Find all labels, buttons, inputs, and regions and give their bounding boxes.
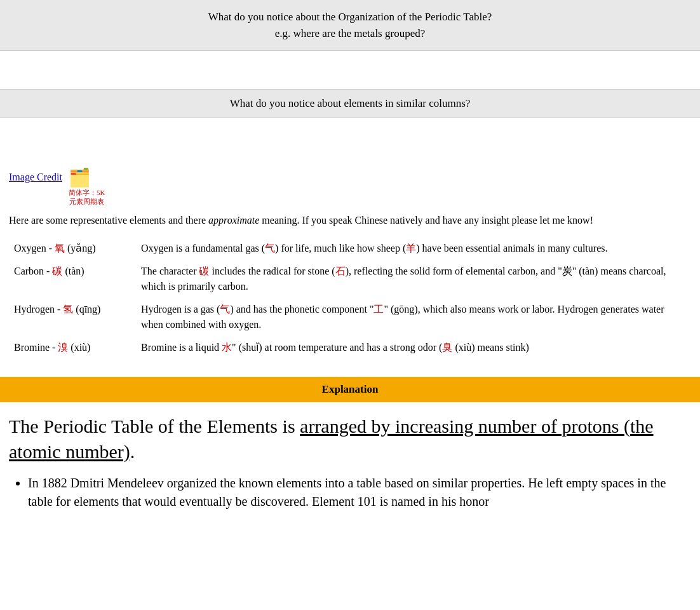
header-line2: e.g. where are the metals grouped? (13, 25, 687, 42)
element-name-hydrogen: Hydrogen - 氢 (qīng) (9, 298, 136, 336)
element-desc-carbon: The character 碳 includes the radical for… (136, 260, 691, 298)
icon-label-line1: 简体字：5K (69, 189, 105, 196)
bullet-list: In 1882 Dmitri Mendeleev organized the k… (9, 474, 691, 511)
explanation-label: Explanation (322, 383, 379, 395)
big-text-paragraph: The Periodic Table of the Elements is ar… (9, 414, 691, 465)
spacer-1 (0, 51, 700, 89)
icon-label-line2: 元素周期表 (69, 198, 104, 205)
question2-text: What do you notice about elements in sim… (13, 97, 687, 110)
element-name-oxygen: Oxygen - 氧 (yǎng) (9, 237, 136, 260)
image-credit-link[interactable]: Image Credit (9, 172, 62, 183)
intro-italic: approximate (208, 215, 259, 226)
element-desc-bromine: Bromine is a liquid 水" (shuǐ) at room te… (136, 336, 691, 359)
element-name-carbon: Carbon - 碳 (tàn) (9, 260, 136, 298)
table-row: Oxygen - 氧 (yǎng) Oxygen is a fundamenta… (9, 237, 691, 260)
table-row: Hydrogen - 氢 (qīng) Hydrogen is a gas (气… (9, 298, 691, 336)
intro-text: Here are some representative elements an… (9, 213, 691, 228)
question2-banner: What do you notice about elements in sim… (0, 89, 700, 118)
list-item: In 1882 Dmitri Mendeleev organized the k… (28, 474, 691, 511)
intro-before-italic: Here are some representative elements an… (9, 215, 208, 226)
icon-container: 🗂️ 简体字：5K 元素周期表 (69, 169, 105, 207)
content-area: Image Credit 🗂️ 简体字：5K 元素周期表 Here are so… (0, 156, 700, 372)
periodic-table-icon: 🗂️ (69, 169, 91, 187)
explanation-banner: Explanation (0, 377, 700, 402)
bullet-text-1: In 1882 Dmitri Mendeleev organized the k… (28, 476, 666, 508)
spacer-2 (0, 118, 700, 156)
header-banner: What do you notice about the Organizatio… (0, 0, 700, 51)
elements-table: Oxygen - 氧 (yǎng) Oxygen is a fundamenta… (9, 237, 691, 359)
big-text-suffix: . (130, 441, 135, 462)
table-row: Bromine - 溴 (xiù) Bromine is a liquid 水"… (9, 336, 691, 359)
element-desc-hydrogen: Hydrogen is a gas (气) and has the phonet… (136, 298, 691, 336)
main-explanation: The Periodic Table of the Elements is ar… (0, 402, 700, 521)
image-credit-section: Image Credit 🗂️ 简体字：5K 元素周期表 (9, 169, 691, 207)
intro-after-italic: meaning. If you speak Chinese natively a… (259, 215, 593, 226)
table-row: Carbon - 碳 (tàn) The character 碳 include… (9, 260, 691, 298)
element-name-bromine: Bromine - 溴 (xiù) (9, 336, 136, 359)
icon-label: 简体字：5K 元素周期表 (69, 188, 105, 207)
big-text-prefix: The Periodic Table of the Elements is (9, 416, 300, 437)
header-line1: What do you notice about the Organizatio… (13, 9, 687, 25)
element-desc-oxygen: Oxygen is a fundamental gas (气) for life… (136, 237, 691, 260)
